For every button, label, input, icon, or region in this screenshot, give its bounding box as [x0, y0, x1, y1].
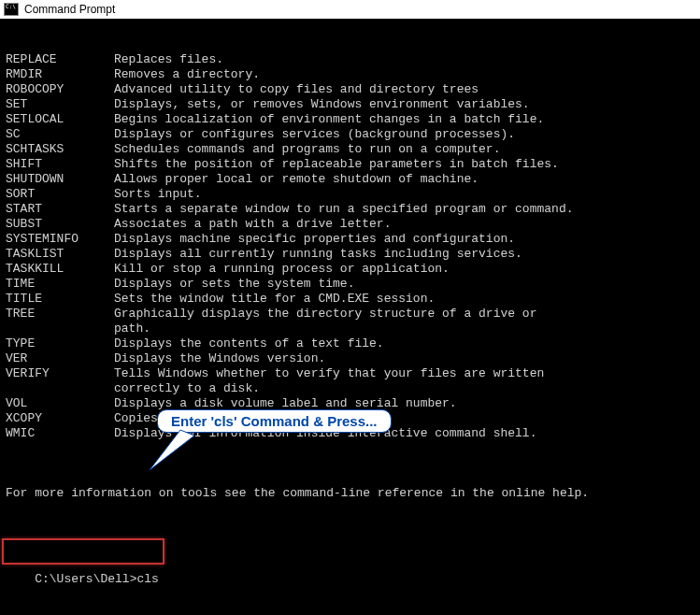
command-name: TREE [6, 307, 114, 322]
command-name: TASKKILL [6, 262, 114, 277]
command-name [6, 381, 114, 396]
command-desc: Displays the contents of a text file. [114, 336, 694, 351]
command-name [6, 322, 114, 336]
command-desc: Kill or stop a running process or applic… [114, 262, 694, 277]
command-desc: path. [114, 322, 694, 336]
command-desc: Shifts the position of replaceable param… [114, 157, 694, 172]
command-name: SHIFT [6, 157, 114, 172]
command-row: path. [6, 322, 694, 336]
command-desc: Schedules commands and programs to run o… [114, 142, 694, 157]
command-name: SCHTASKS [6, 142, 114, 157]
window-title: Command Prompt [24, 3, 115, 16]
command-desc: Graphically displays the directory struc… [114, 307, 694, 322]
command-desc: Removes a directory. [114, 67, 694, 82]
command-desc: Sorts input. [114, 187, 694, 202]
command-name: TITLE [6, 292, 114, 307]
command-row: TASKKILLKill or stop a running process o… [6, 262, 694, 277]
window-titlebar[interactable]: Command Prompt [0, 0, 700, 19]
annotation-callout: Enter 'cls' Command & Press... [157, 409, 392, 433]
prompt-input[interactable]: cls [136, 572, 158, 586]
command-row: VERIFYTells Windows whether to verify th… [6, 366, 694, 381]
command-row: SHIFTShifts the position of replaceable … [6, 157, 694, 172]
command-name: TYPE [6, 336, 114, 351]
command-name: XCOPY [6, 411, 114, 426]
command-row: SCDisplays or configures services (backg… [6, 127, 694, 142]
command-desc: Displays or sets the system time. [114, 277, 694, 292]
command-name: VOL [6, 396, 114, 411]
cmd-icon [4, 3, 19, 16]
command-desc: Associates a path with a drive letter. [114, 217, 694, 232]
command-name: RMDIR [6, 67, 114, 82]
command-name: TIME [6, 277, 114, 292]
command-name: ROBOCOPY [6, 82, 114, 97]
command-row: REPLACEReplaces files. [6, 52, 694, 67]
command-desc: Displays machine specific properties and… [114, 232, 694, 247]
command-desc: Displays, sets, or removes Windows envir… [114, 97, 694, 112]
command-row: TASKLISTDisplays all currently running t… [6, 247, 694, 262]
command-name: SC [6, 127, 114, 142]
command-name: SHUTDOWN [6, 172, 114, 187]
command-row: ROBOCOPYAdvanced utility to copy files a… [6, 82, 694, 97]
prompt-path: C:\Users\Dell> [35, 572, 136, 586]
command-desc: Displays the Windows version. [114, 351, 694, 366]
command-row: SYSTEMINFODisplays machine specific prop… [6, 232, 694, 247]
command-desc: Begins localization of environment chang… [114, 112, 694, 127]
command-desc: correctly to a disk. [114, 381, 694, 396]
command-row: RMDIRRemoves a directory. [6, 67, 694, 82]
command-name: SETLOCAL [6, 112, 114, 127]
command-name: WMIC [6, 426, 114, 441]
command-row: TITLESets the window title for a CMD.EXE… [6, 292, 694, 307]
command-name: SUBST [6, 217, 114, 232]
command-name: TASKLIST [6, 247, 114, 262]
command-row: TIMEDisplays or sets the system time. [6, 277, 694, 292]
prompt-line[interactable]: C:\Users\Dell>cls [6, 542, 694, 602]
command-desc: Displays or configures services (backgro… [114, 127, 694, 142]
command-name: START [6, 202, 114, 217]
command-name: VER [6, 351, 114, 366]
command-row: correctly to a disk. [6, 381, 694, 396]
command-row: SETLOCALBegins localization of environme… [6, 112, 694, 127]
command-row: SORTSorts input. [6, 187, 694, 202]
command-row: SUBSTAssociates a path with a drive lett… [6, 217, 694, 232]
command-row: TYPEDisplays the contents of a text file… [6, 336, 694, 351]
command-desc: Sets the window title for a CMD.EXE sess… [114, 292, 694, 307]
command-name: SET [6, 97, 114, 112]
command-desc: Replaces files. [114, 52, 694, 67]
command-desc: Starts a separate window to run a specif… [114, 202, 694, 217]
annotation-highlight-box [2, 538, 164, 565]
terminal-output[interactable]: REPLACEReplaces files.RMDIRRemoves a dir… [0, 19, 700, 615]
command-row: STARTStarts a separate window to run a s… [6, 202, 694, 217]
command-name: REPLACE [6, 52, 114, 67]
command-row: SHUTDOWNAllows proper local or remote sh… [6, 172, 694, 187]
command-row: VERDisplays the Windows version. [6, 351, 694, 366]
command-desc: Displays all currently running tasks inc… [114, 247, 694, 262]
command-name: VERIFY [6, 366, 114, 381]
command-desc: Advanced utility to copy files and direc… [114, 82, 694, 97]
command-name: SYSTEMINFO [6, 232, 114, 247]
command-desc: Allows proper local or remote shutdown o… [114, 172, 694, 187]
command-row: TREEGraphically displays the directory s… [6, 307, 694, 322]
command-desc: Tells Windows whether to verify that you… [114, 366, 694, 381]
command-name: SORT [6, 187, 114, 202]
command-row: SETDisplays, sets, or removes Windows en… [6, 97, 694, 112]
more-info-text: For more information on tools see the co… [6, 486, 694, 501]
command-row: SCHTASKSSchedules commands and programs … [6, 142, 694, 157]
